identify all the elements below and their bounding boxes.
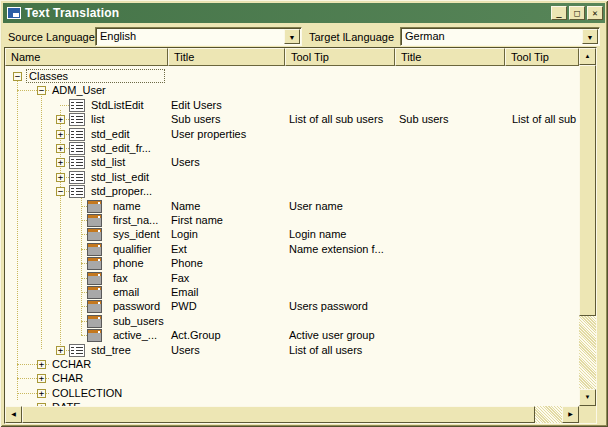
column-header-title-1[interactable]: Title <box>168 48 285 66</box>
scroll-right-icon[interactable]: ▶ <box>562 406 579 423</box>
tree-row-name[interactable]: nameNameUser name <box>5 199 579 214</box>
vertical-scroll-track[interactable] <box>579 316 596 389</box>
tree-item-label: sub_users <box>113 315 164 327</box>
property-window-icon <box>87 200 102 213</box>
class-form-icon <box>69 113 85 126</box>
vertical-scroll-thumb[interactable] <box>579 65 596 316</box>
cell-tooltip: List of all sub users <box>289 113 383 125</box>
cell-tooltip: Active user group <box>289 329 375 341</box>
tree-row-std_list[interactable]: +std_listUsers <box>5 155 579 170</box>
class-form-icon <box>69 185 85 198</box>
column-header-tooltip-2[interactable]: Tool Tip <box>505 48 579 66</box>
cell-title: Email <box>171 286 199 298</box>
property-window-icon <box>87 257 102 270</box>
tree-row-std_tree[interactable]: +std_treeUsersList of all users <box>5 343 579 358</box>
property-window-icon <box>87 228 102 241</box>
tree-item-label: active_... <box>113 329 157 341</box>
tree-row-std_edit_fr[interactable]: +std_edit_fr... <box>5 141 579 156</box>
column-header-tooltip-1[interactable]: Tool Tip <box>285 48 395 66</box>
expand-plus-icon[interactable]: + <box>37 389 46 398</box>
title-bar[interactable]: Text Translation _ □ ✕ <box>3 3 605 23</box>
expand-plus-icon[interactable]: + <box>56 346 65 355</box>
property-window-icon <box>87 214 102 227</box>
tree-row-qualifier[interactable]: qualifierExtName extension f... <box>5 242 579 257</box>
tree-row-list[interactable]: +listSub usersList of all sub usersSub u… <box>5 112 579 127</box>
collapse-minus-icon[interactable]: − <box>13 72 22 81</box>
scroll-up-icon[interactable]: ▲ <box>579 48 596 65</box>
tree-row-email[interactable]: emailEmail <box>5 285 579 300</box>
tree-row-password[interactable]: passwordPWDUsers password <box>5 299 579 314</box>
tree-row-COLLECTION[interactable]: +COLLECTION <box>5 386 579 401</box>
expand-plus-icon[interactable]: + <box>37 360 46 369</box>
tree-row-ADM_User[interactable]: −ADM_User <box>5 83 579 98</box>
tree-item-label: COLLECTION <box>52 387 122 399</box>
tree-item-label: StdListEdit <box>91 99 144 111</box>
tree-item-label: Classes <box>29 70 68 82</box>
cell-tooltip: Users password <box>289 300 368 312</box>
tree-row-fax[interactable]: faxFax <box>5 271 579 286</box>
tree-item-label: CCHAR <box>52 358 91 370</box>
target-language-combobox[interactable]: German ▼ <box>400 27 600 46</box>
expand-plus-icon[interactable]: + <box>56 173 65 182</box>
target-dropdown-arrow-icon[interactable]: ▼ <box>582 29 598 44</box>
expand-plus-icon[interactable]: + <box>56 130 65 139</box>
cell-title: Fax <box>171 272 189 284</box>
tree-item-label: std_list_edit <box>91 171 149 183</box>
tree-item-label: first_na... <box>113 214 158 226</box>
tree-row-sys_ident[interactable]: sys_identLoginLogin name <box>5 227 579 242</box>
source-dropdown-arrow-icon[interactable]: ▼ <box>284 29 300 44</box>
horizontal-scrollbar[interactable]: ◀ ▶ <box>5 406 579 423</box>
horizontal-scroll-thumb[interactable] <box>22 406 535 423</box>
cell-title: Edit Users <box>171 99 222 111</box>
source-language-combobox[interactable]: English ▼ <box>95 27 302 46</box>
cell-title: Ext <box>171 243 187 255</box>
tree-row-active_[interactable]: active_...Act.GroupActive user group <box>5 328 579 343</box>
tree-row-CCHAR[interactable]: +CCHAR <box>5 357 579 372</box>
tree-row-CHAR[interactable]: +CHAR <box>5 371 579 386</box>
window-title: Text Translation <box>25 6 549 20</box>
tree-item-label: std_edit <box>91 128 130 140</box>
tree-row-sub_users[interactable]: sub_users <box>5 314 579 329</box>
collapse-minus-icon[interactable]: − <box>37 86 46 95</box>
column-header-title-2[interactable]: Title <box>395 48 505 66</box>
close-button[interactable]: ✕ <box>587 6 603 20</box>
tree-row-first_na[interactable]: first_na...First name <box>5 213 579 228</box>
tree-item-label: fax <box>113 272 128 284</box>
tree-row-std_proper[interactable]: −std_proper... <box>5 184 579 199</box>
tree-item-label: email <box>113 286 139 298</box>
cell-title: Sub users <box>171 113 221 125</box>
tree-row-std_edit[interactable]: +std_editUser properties <box>5 127 579 142</box>
cell-title: Name <box>171 200 200 212</box>
cell-title: Phone <box>171 257 203 269</box>
tree-row-std_list_edit[interactable]: +std_list_edit <box>5 170 579 185</box>
vertical-scrollbar[interactable]: ▲ ▼ <box>579 48 596 406</box>
tree-item-label: CHAR <box>52 372 83 384</box>
property-window-icon <box>87 329 102 342</box>
tree-item-label: std_edit_fr... <box>91 142 151 154</box>
cell-tooltip: List of all sub <box>512 113 576 125</box>
column-header-name[interactable]: Name <box>5 48 168 66</box>
tree-row-StdListEdit[interactable]: StdListEditEdit Users <box>5 98 579 113</box>
expand-plus-icon[interactable]: + <box>37 374 46 383</box>
maximize-button[interactable]: □ <box>569 6 585 20</box>
expand-plus-icon[interactable]: + <box>56 158 65 167</box>
source-language-label: Source Language <box>8 31 95 43</box>
collapse-minus-icon[interactable]: − <box>56 187 65 196</box>
expand-plus-icon[interactable]: + <box>56 144 65 153</box>
horizontal-scroll-track[interactable] <box>535 406 562 423</box>
tree-row-phone[interactable]: phonePhone <box>5 256 579 271</box>
class-form-icon <box>69 142 85 155</box>
tree-item-label: phone <box>113 257 144 269</box>
scroll-left-icon[interactable]: ◀ <box>5 406 22 423</box>
tree-item-label: std_tree <box>91 344 131 356</box>
scroll-down-icon[interactable]: ▼ <box>579 389 596 406</box>
tree-item-label: password <box>113 300 160 312</box>
expand-plus-icon[interactable]: + <box>56 115 65 124</box>
cell-title: Login <box>171 228 198 240</box>
class-form-icon <box>69 156 85 169</box>
property-window-icon <box>87 315 102 328</box>
tree-row-Classes[interactable]: −Classes <box>5 69 579 84</box>
cell-tooltip: Name extension f... <box>289 243 384 255</box>
minimize-button[interactable]: _ <box>551 6 567 20</box>
class-form-icon <box>69 128 85 141</box>
